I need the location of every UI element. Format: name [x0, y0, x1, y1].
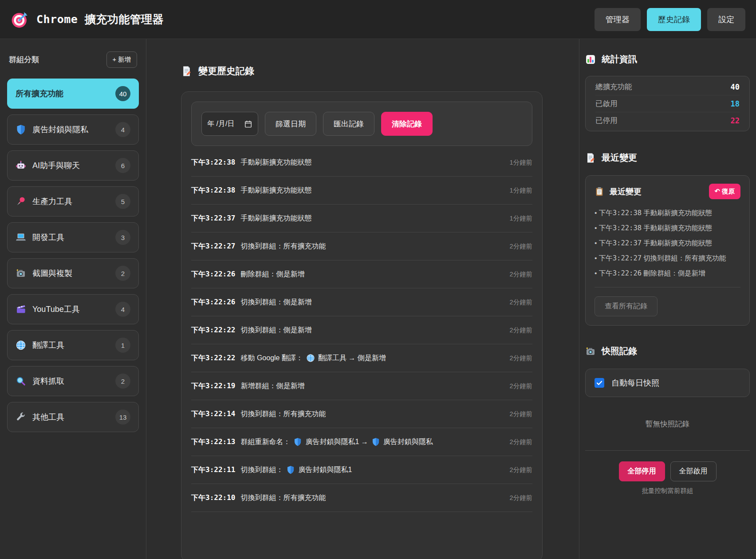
group-item-youtube[interactable]: YouTube工具4: [7, 294, 139, 324]
camera-icon: [16, 268, 26, 279]
check-icon: [596, 379, 603, 386]
history-relative-time: 2分鐘前: [509, 494, 532, 502]
top-navigation: 管理器歷史記錄設定: [595, 8, 745, 31]
auto-snapshot-checkbox[interactable]: [595, 378, 604, 388]
history-text-part: 廣告封鎖與隱私: [383, 437, 433, 447]
history-relative-time: 2分鐘前: [509, 410, 532, 418]
history-row-content: 下午3:22:38手動刷新擴充功能狀態: [191, 158, 311, 167]
history-time: 下午3:22:10: [191, 493, 235, 503]
app-header: Chrome 擴充功能管理器 管理器歷史記錄設定: [0, 0, 756, 39]
group-item-other[interactable]: 其他工具13: [7, 402, 139, 432]
group-count-badge: 4: [115, 122, 130, 137]
globe-icon: [16, 340, 26, 350]
history-row-content: 下午3:22:10切換到群組：所有擴充功能: [191, 493, 326, 503]
wrench-icon: [16, 412, 26, 422]
history-time: 下午3:22:26: [191, 298, 235, 307]
history-row-content: 下午3:22:13群組重新命名：廣告封鎖與隱私1 →廣告封鎖與隱私: [191, 437, 433, 447]
history-relative-time: 1分鐘前: [509, 186, 532, 195]
add-group-button[interactable]: + 新增: [106, 51, 138, 68]
history-time: 下午3:22:22: [191, 354, 235, 363]
stat-label: 總擴充功能: [595, 82, 632, 92]
date-input[interactable]: 年 /月/日: [201, 112, 258, 136]
history-relative-time: 2分鐘前: [509, 326, 532, 335]
nav-history-button[interactable]: 歷史記錄: [647, 8, 701, 31]
history-row-content: 下午3:22:14切換到群組：所有擴充功能: [191, 409, 326, 419]
group-item-screenshot[interactable]: 截圖與複製2: [7, 258, 139, 288]
history-time: 下午3:22:37: [191, 214, 235, 223]
history-description: 切換到群組：側是新增: [240, 298, 311, 307]
group-label: YouTube工具: [32, 304, 109, 315]
history-text-part: 群組重新命名：: [240, 437, 290, 447]
history-text-part: 切換到群組：所有擴充功能: [240, 409, 326, 419]
page-title: 變更歷史記錄: [181, 65, 579, 77]
group-count-badge: 40: [115, 86, 130, 101]
recent-change-item: • 下午3:22:37 手動刷新擴充功能狀態: [595, 236, 740, 251]
undo-button[interactable]: ↶ 復原: [709, 184, 740, 199]
history-text-part: 廣告封鎖與隱私1: [298, 465, 352, 475]
history-row-content: 下午3:22:22移動 Google 翻譯：翻譯工具 → 側是新增: [191, 354, 386, 363]
history-row-content: 下午3:22:19新增群組：側是新增: [191, 382, 304, 391]
view-all-records-button[interactable]: 查看所有記錄: [595, 296, 658, 316]
history-relative-time: 2分鐘前: [509, 438, 532, 446]
history-text-part: 切換到群組：側是新增: [240, 326, 311, 335]
history-text-part: 切換到群組：所有擴充功能: [240, 242, 326, 251]
history-row: 下午3:22:22切換到群組：側是新增2分鐘前: [191, 316, 532, 344]
history-text-part: 翻譯工具 → 側是新增: [318, 354, 386, 363]
history-text-part: 廣告封鎖與隱私1 →: [305, 437, 368, 447]
history-text-part: 切換到群組：: [240, 465, 283, 475]
nav-settings-button[interactable]: 設定: [707, 8, 745, 31]
globe-icon: [306, 354, 315, 362]
group-item-translate[interactable]: 翻譯工具1: [7, 330, 139, 360]
history-row: 下午3:22:14切換到群組：所有擴充功能2分鐘前: [191, 400, 532, 428]
calendar-icon: [244, 120, 252, 128]
sidebar-header: 群組分類 + 新增: [7, 49, 139, 68]
filter-date-button[interactable]: 篩選日期: [265, 112, 316, 136]
history-description: 群組重新命名：廣告封鎖與隱私1 →廣告封鎖與隱私: [240, 437, 433, 447]
bulk-actions: 全部停用 全部啟用: [585, 461, 750, 481]
group-item-dev[interactable]: 開發工具3: [7, 222, 139, 252]
history-row: 下午3:22:13群組重新命名：廣告封鎖與隱私1 →廣告封鎖與隱私2分鐘前: [191, 428, 532, 456]
history-panel: 年 /月/日 篩選日期 匯出記錄 清除記錄 下午3:22:38手動刷新擴充功能狀…: [181, 91, 543, 559]
stat-label: 已啟用: [595, 99, 618, 109]
recent-change-item: • 下午3:22:26 刪除群組：側是新增: [595, 266, 740, 281]
disable-all-button[interactable]: 全部停用: [619, 461, 665, 481]
snapshot-section-header: 快照記錄: [585, 345, 750, 357]
history-row: 下午3:22:38手動刷新擴充功能狀態1分鐘前: [191, 177, 532, 205]
export-records-button[interactable]: 匯出記錄: [323, 112, 374, 136]
history-description: 手動刷新擴充功能狀態: [240, 214, 311, 223]
group-count-badge: 3: [115, 230, 130, 245]
date-input-value: 年 /月/日: [207, 119, 234, 129]
history-description: 新增群組：側是新增: [240, 382, 304, 391]
recent-change-item: • 下午3:22:38 手動刷新擴充功能狀態: [595, 205, 740, 220]
group-count-badge: 6: [115, 158, 130, 173]
group-item-scrape[interactable]: 資料抓取2: [7, 366, 139, 396]
enable-all-button[interactable]: 全部啟用: [670, 461, 717, 481]
history-relative-time: 2分鐘前: [509, 298, 532, 307]
recent-change-time: 下午3:22:38: [599, 224, 642, 232]
history-text-part: 切換到群組：側是新增: [240, 298, 311, 307]
history-time: 下午3:22:11: [191, 465, 235, 475]
history-description: 切換到群組：所有擴充功能: [240, 493, 326, 503]
clear-records-button[interactable]: 清除記錄: [381, 112, 433, 136]
sidebar-title: 群組分類: [9, 55, 39, 65]
bulk-actions-caption: 批量控制當前群組: [585, 487, 750, 495]
group-item-adblock[interactable]: 廣告封鎖與隱私4: [7, 114, 139, 145]
history-relative-time: 1分鐘前: [509, 158, 532, 167]
group-label: 廣告封鎖與隱私: [32, 124, 109, 135]
history-description: 切換到群組：廣告封鎖與隱私1: [240, 465, 352, 475]
history-row: 下午3:22:27切換到群組：所有擴充功能2分鐘前: [191, 232, 532, 260]
recent-card-divider: [595, 287, 740, 287]
group-label: 開發工具: [32, 232, 109, 243]
history-relative-time: 2分鐘前: [509, 242, 532, 251]
group-item-ai[interactable]: AI助手與聊天6: [7, 150, 139, 181]
history-time: 下午3:22:38: [191, 158, 235, 167]
page-layout: 群組分類 + 新增 所有擴充功能40廣告封鎖與隱私4AI助手與聊天6生產力工具5…: [0, 39, 756, 559]
stat-value: 18: [731, 99, 740, 108]
group-item-productivity[interactable]: 生產力工具5: [7, 186, 139, 217]
snapshot-empty-text: 暫無快照記錄: [585, 419, 750, 429]
stat-row: 已啟用18: [595, 95, 740, 112]
nav-manager-button[interactable]: 管理器: [595, 8, 641, 31]
stat-value: 40: [731, 83, 740, 91]
shield-icon: [16, 124, 26, 135]
group-item-all[interactable]: 所有擴充功能40: [7, 79, 139, 109]
